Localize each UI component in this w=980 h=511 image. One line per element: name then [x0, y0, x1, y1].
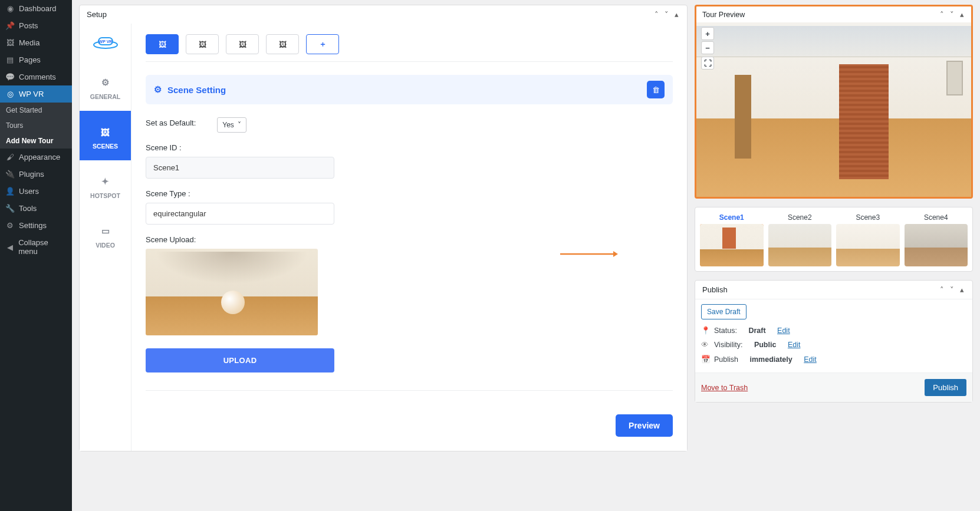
vtab-video[interactable]: ▭VIDEO	[80, 210, 131, 259]
menu-collapse[interactable]: ◀Collapse menu	[0, 234, 72, 260]
scene-tab-3[interactable]: 🖼	[226, 34, 259, 54]
publish-title: Publish	[702, 285, 728, 294]
scene-setting-header: ⚙Scene Setting 🗑	[146, 75, 673, 104]
gear-icon: ⚙	[80, 75, 131, 90]
scene-tab-2[interactable]: 🖼	[186, 34, 219, 54]
panel-toggle-icon[interactable]: ▴	[959, 285, 965, 294]
menu-wpvr[interactable]: ◎WP VR	[0, 85, 72, 103]
vertical-tabs: WP VR ⚙GENERAL 🖼SCENES ✦HOTSPOT ▭VIDEO	[80, 24, 131, 451]
panel-up-icon[interactable]: ˄	[939, 285, 945, 294]
scene-type-label: Scene Type :	[146, 189, 673, 198]
edit-status-link[interactable]: Edit	[777, 327, 790, 335]
tools-icon: 🔧	[5, 204, 15, 213]
wpvr-icon: ◎	[5, 90, 15, 98]
delete-scene-button[interactable]: 🗑	[647, 81, 665, 98]
submenu-add-new-tour[interactable]: Add New Tour	[0, 133, 72, 149]
zoom-in-button[interactable]: +	[701, 27, 714, 40]
publish-button[interactable]: Publish	[925, 379, 966, 396]
panel-toggle-icon[interactable]: ▴	[673, 10, 680, 19]
fullscreen-icon: ⛶	[704, 59, 712, 68]
comments-icon: 💬	[5, 72, 15, 81]
scene-thumb-3[interactable]: Scene3	[836, 211, 900, 266]
target-icon: ✦	[80, 174, 131, 189]
menu-pages[interactable]: ▤Pages	[0, 51, 72, 68]
minus-icon: −	[705, 44, 710, 52]
scene-tab-1[interactable]: 🖼	[146, 34, 179, 54]
image-icon: 🖼	[80, 125, 131, 139]
scene-setting-title: Scene Setting	[167, 85, 226, 95]
plus-icon: +	[705, 29, 710, 38]
menu-settings[interactable]: ⚙Settings	[0, 217, 72, 234]
tour-preview-viewport[interactable]: + − ⛶	[696, 22, 971, 197]
default-select[interactable]: Yes˅	[217, 117, 246, 133]
plugin-icon: 🔌	[5, 170, 15, 179]
scene-thumbnails-panel: Scene1 Scene2 Scene3 Scene4	[695, 207, 973, 272]
svg-text:WP VR: WP VR	[98, 39, 112, 44]
setup-panel: Setup ˄ ˅ ▴ WP VR ⚙GENERAL 🖼SCENES ✦HOTS…	[79, 5, 688, 451]
video-icon: ▭	[80, 224, 131, 238]
wp-admin-sidebar: ◉Dashboard 📌Posts 🖾Media ▤Pages 💬Comment…	[0, 0, 72, 456]
menu-tools[interactable]: 🔧Tools	[0, 200, 72, 217]
tour-preview-title: Tour Preview	[702, 11, 745, 19]
users-icon: 👤	[5, 187, 15, 196]
scene-tabs: 🖼 🖼 🖼 🖼 ＋	[146, 34, 673, 62]
menu-comments[interactable]: 💬Comments	[0, 68, 72, 85]
chevron-down-icon: ˅	[238, 121, 241, 129]
scene-thumb-4[interactable]: Scene4	[905, 211, 968, 266]
scene-id-input[interactable]: Scene1	[146, 157, 334, 179]
panel-up-icon[interactable]: ˄	[939, 10, 945, 19]
zoom-out-button[interactable]: −	[701, 41, 714, 54]
menu-posts[interactable]: 📌Posts	[0, 17, 72, 34]
menu-dashboard[interactable]: ◉Dashboard	[0, 0, 72, 17]
brush-icon: 🖌	[5, 153, 15, 161]
scene-tab-add[interactable]: ＋	[306, 34, 339, 54]
scene-thumb-2[interactable]: Scene2	[768, 211, 832, 266]
default-label: Set as Default:	[146, 118, 196, 127]
image-icon: 🖼	[159, 40, 166, 49]
scene-tab-4[interactable]: 🖼	[266, 34, 299, 54]
scene-id-label: Scene ID :	[146, 143, 673, 152]
panel-down-icon[interactable]: ˅	[949, 10, 955, 19]
collapse-icon: ◀	[5, 243, 15, 252]
gear-icon: ⚙	[154, 84, 162, 95]
menu-users[interactable]: 👤Users	[0, 183, 72, 200]
edit-schedule-link[interactable]: Edit	[804, 355, 817, 364]
pin-icon: 📍	[701, 326, 709, 335]
submenu-tours[interactable]: Tours	[0, 118, 72, 133]
image-icon: 🖼	[279, 40, 287, 49]
plus-icon: ＋	[319, 39, 327, 50]
save-draft-button[interactable]: Save Draft	[701, 304, 746, 319]
image-icon: 🖼	[239, 40, 246, 49]
setup-panel-title: Setup	[87, 10, 107, 19]
wpvr-logo: WP VR	[80, 24, 131, 61]
settings-icon: ⚙	[5, 221, 15, 230]
menu-plugins[interactable]: 🔌Plugins	[0, 166, 72, 183]
vtab-scenes[interactable]: 🖼SCENES	[80, 111, 131, 160]
menu-media[interactable]: 🖾Media	[0, 34, 72, 51]
vtab-general[interactable]: ⚙GENERAL	[80, 61, 131, 111]
calendar-icon: 📅	[701, 355, 709, 364]
submenu-get-started[interactable]: Get Started	[0, 103, 72, 118]
scene-type-input[interactable]: equirectangular	[146, 203, 334, 225]
scene-upload-label: Scene Upload:	[146, 235, 673, 244]
publish-panel: Publish ˄ ˅ ▴ Save Draft 📍Status: Draft …	[695, 280, 973, 403]
eye-icon: 👁	[701, 341, 709, 349]
scene-upload-preview	[146, 249, 318, 335]
menu-appearance[interactable]: 🖌Appearance	[0, 149, 72, 166]
edit-visibility-link[interactable]: Edit	[788, 341, 801, 349]
pages-icon: ▤	[5, 55, 15, 64]
pin-icon: 📌	[5, 21, 15, 30]
vtab-hotspot[interactable]: ✦HOTSPOT	[80, 160, 131, 210]
panel-toggle-icon[interactable]: ▴	[959, 10, 965, 19]
scene-thumb-1[interactable]: Scene1	[700, 211, 764, 266]
media-icon: 🖾	[5, 38, 15, 47]
panel-down-icon[interactable]: ˅	[663, 10, 670, 19]
fullscreen-button[interactable]: ⛶	[701, 57, 714, 70]
panel-up-icon[interactable]: ˄	[653, 10, 660, 19]
upload-button[interactable]: UPLOAD	[146, 348, 334, 372]
panel-down-icon[interactable]: ˅	[949, 285, 955, 294]
trash-icon: 🗑	[652, 85, 660, 94]
preview-button[interactable]: Preview	[616, 414, 673, 437]
tour-preview-panel: Tour Preview ˄ ˅ ▴ + − ⛶	[695, 5, 973, 199]
move-to-trash-link[interactable]: Move to Trash	[701, 384, 748, 392]
